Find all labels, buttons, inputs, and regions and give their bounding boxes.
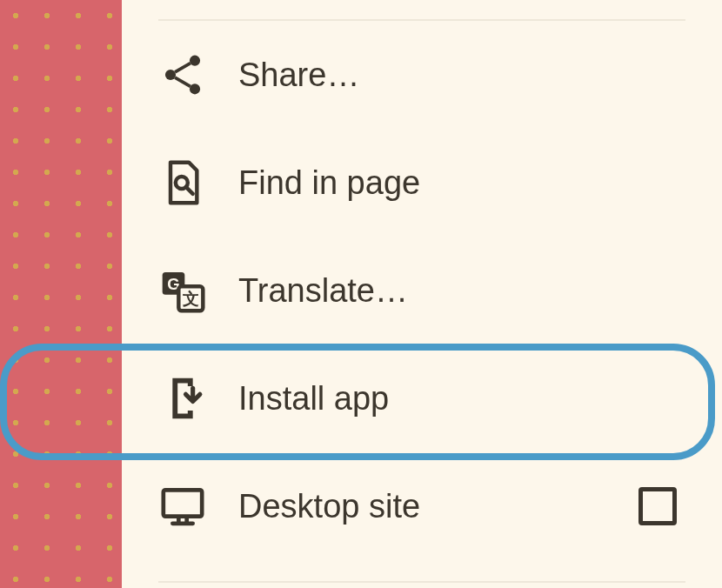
svg-point-2	[190, 84, 200, 94]
svg-point-0	[190, 56, 200, 66]
menu-item-install-app[interactable]: Install app	[122, 344, 722, 452]
svg-point-1	[165, 70, 176, 80]
share-icon	[158, 50, 207, 99]
find-in-page-icon	[158, 158, 207, 207]
divider	[158, 581, 685, 583]
menu-item-label: Share…	[238, 57, 722, 94]
dotted-background	[0, 0, 122, 588]
desktop-icon	[158, 482, 207, 531]
overflow-menu-panel: Share… Find in page G 文 Translate…	[122, 0, 722, 588]
menu-item-desktop-site[interactable]: Desktop site	[122, 452, 722, 560]
menu-item-share[interactable]: Share…	[122, 21, 722, 129]
menu-item-label: Desktop site	[238, 488, 638, 525]
menu-item-label: Translate…	[238, 272, 722, 310]
menu-item-translate[interactable]: G 文 Translate…	[122, 237, 722, 344]
menu-item-label: Find in page	[238, 164, 722, 202]
install-app-icon	[158, 374, 207, 423]
svg-text:文: 文	[182, 290, 199, 308]
svg-rect-8	[164, 490, 202, 516]
menu-item-label: Install app	[238, 380, 722, 418]
translate-icon: G 文	[158, 266, 207, 315]
menu-item-find-in-page[interactable]: Find in page	[122, 129, 722, 237]
desktop-site-checkbox[interactable]	[638, 487, 677, 525]
